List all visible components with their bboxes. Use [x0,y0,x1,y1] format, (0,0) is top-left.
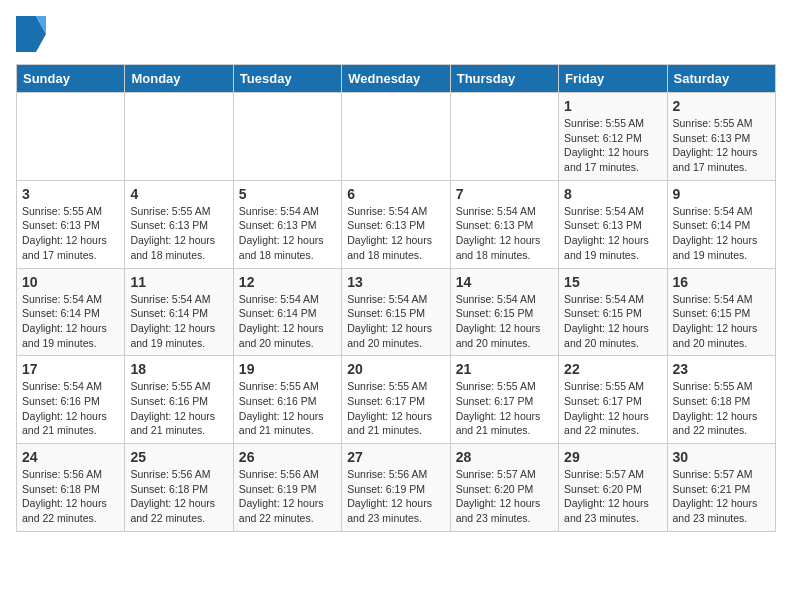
day-info: Sunrise: 5:54 AM Sunset: 6:15 PM Dayligh… [564,292,661,351]
calendar-cell: 11Sunrise: 5:54 AM Sunset: 6:14 PM Dayli… [125,268,233,356]
calendar-cell: 25Sunrise: 5:56 AM Sunset: 6:18 PM Dayli… [125,444,233,532]
calendar-cell: 7Sunrise: 5:54 AM Sunset: 6:13 PM Daylig… [450,180,558,268]
calendar-cell: 27Sunrise: 5:56 AM Sunset: 6:19 PM Dayli… [342,444,450,532]
calendar-cell: 20Sunrise: 5:55 AM Sunset: 6:17 PM Dayli… [342,356,450,444]
header-tuesday: Tuesday [233,65,341,93]
day-number: 19 [239,361,336,377]
day-info: Sunrise: 5:57 AM Sunset: 6:20 PM Dayligh… [456,467,553,526]
day-number: 22 [564,361,661,377]
day-info: Sunrise: 5:56 AM Sunset: 6:18 PM Dayligh… [130,467,227,526]
header-friday: Friday [559,65,667,93]
header-monday: Monday [125,65,233,93]
calendar-cell: 15Sunrise: 5:54 AM Sunset: 6:15 PM Dayli… [559,268,667,356]
header-thursday: Thursday [450,65,558,93]
calendar-cell: 18Sunrise: 5:55 AM Sunset: 6:16 PM Dayli… [125,356,233,444]
day-number: 4 [130,186,227,202]
calendar-cell: 9Sunrise: 5:54 AM Sunset: 6:14 PM Daylig… [667,180,775,268]
day-info: Sunrise: 5:55 AM Sunset: 6:13 PM Dayligh… [673,116,770,175]
day-number: 27 [347,449,444,465]
calendar-cell: 22Sunrise: 5:55 AM Sunset: 6:17 PM Dayli… [559,356,667,444]
header-row: SundayMondayTuesdayWednesdayThursdayFrid… [17,65,776,93]
calendar-cell [233,93,341,181]
day-number: 5 [239,186,336,202]
day-info: Sunrise: 5:54 AM Sunset: 6:13 PM Dayligh… [564,204,661,263]
day-number: 29 [564,449,661,465]
day-number: 6 [347,186,444,202]
day-info: Sunrise: 5:54 AM Sunset: 6:15 PM Dayligh… [347,292,444,351]
calendar-cell: 12Sunrise: 5:54 AM Sunset: 6:14 PM Dayli… [233,268,341,356]
day-number: 3 [22,186,119,202]
day-number: 24 [22,449,119,465]
day-info: Sunrise: 5:54 AM Sunset: 6:14 PM Dayligh… [130,292,227,351]
day-number: 30 [673,449,770,465]
day-number: 21 [456,361,553,377]
calendar-cell: 13Sunrise: 5:54 AM Sunset: 6:15 PM Dayli… [342,268,450,356]
day-info: Sunrise: 5:55 AM Sunset: 6:18 PM Dayligh… [673,379,770,438]
calendar-body: 1Sunrise: 5:55 AM Sunset: 6:12 PM Daylig… [17,93,776,532]
calendar-header: SundayMondayTuesdayWednesdayThursdayFrid… [17,65,776,93]
day-number: 1 [564,98,661,114]
day-info: Sunrise: 5:55 AM Sunset: 6:17 PM Dayligh… [456,379,553,438]
day-number: 12 [239,274,336,290]
day-info: Sunrise: 5:56 AM Sunset: 6:19 PM Dayligh… [239,467,336,526]
day-info: Sunrise: 5:55 AM Sunset: 6:13 PM Dayligh… [22,204,119,263]
day-info: Sunrise: 5:56 AM Sunset: 6:18 PM Dayligh… [22,467,119,526]
calendar-cell: 19Sunrise: 5:55 AM Sunset: 6:16 PM Dayli… [233,356,341,444]
day-info: Sunrise: 5:55 AM Sunset: 6:17 PM Dayligh… [347,379,444,438]
calendar-cell: 2Sunrise: 5:55 AM Sunset: 6:13 PM Daylig… [667,93,775,181]
day-info: Sunrise: 5:55 AM Sunset: 6:17 PM Dayligh… [564,379,661,438]
day-info: Sunrise: 5:54 AM Sunset: 6:14 PM Dayligh… [22,292,119,351]
week-row-1: 3Sunrise: 5:55 AM Sunset: 6:13 PM Daylig… [17,180,776,268]
day-number: 8 [564,186,661,202]
calendar-cell: 4Sunrise: 5:55 AM Sunset: 6:13 PM Daylig… [125,180,233,268]
day-info: Sunrise: 5:54 AM Sunset: 6:15 PM Dayligh… [456,292,553,351]
calendar-cell: 10Sunrise: 5:54 AM Sunset: 6:14 PM Dayli… [17,268,125,356]
day-number: 16 [673,274,770,290]
day-number: 15 [564,274,661,290]
day-info: Sunrise: 5:55 AM Sunset: 6:12 PM Dayligh… [564,116,661,175]
day-number: 20 [347,361,444,377]
calendar-cell: 29Sunrise: 5:57 AM Sunset: 6:20 PM Dayli… [559,444,667,532]
calendar-cell: 14Sunrise: 5:54 AM Sunset: 6:15 PM Dayli… [450,268,558,356]
day-info: Sunrise: 5:54 AM Sunset: 6:13 PM Dayligh… [239,204,336,263]
calendar-cell: 16Sunrise: 5:54 AM Sunset: 6:15 PM Dayli… [667,268,775,356]
week-row-2: 10Sunrise: 5:54 AM Sunset: 6:14 PM Dayli… [17,268,776,356]
day-info: Sunrise: 5:56 AM Sunset: 6:19 PM Dayligh… [347,467,444,526]
day-info: Sunrise: 5:54 AM Sunset: 6:14 PM Dayligh… [673,204,770,263]
day-info: Sunrise: 5:54 AM Sunset: 6:15 PM Dayligh… [673,292,770,351]
day-info: Sunrise: 5:57 AM Sunset: 6:20 PM Dayligh… [564,467,661,526]
day-info: Sunrise: 5:57 AM Sunset: 6:21 PM Dayligh… [673,467,770,526]
calendar-cell [450,93,558,181]
page-header [16,16,776,52]
calendar-cell: 8Sunrise: 5:54 AM Sunset: 6:13 PM Daylig… [559,180,667,268]
calendar-cell [125,93,233,181]
calendar-cell [342,93,450,181]
calendar-cell: 3Sunrise: 5:55 AM Sunset: 6:13 PM Daylig… [17,180,125,268]
week-row-3: 17Sunrise: 5:54 AM Sunset: 6:16 PM Dayli… [17,356,776,444]
calendar-cell: 1Sunrise: 5:55 AM Sunset: 6:12 PM Daylig… [559,93,667,181]
calendar-cell: 23Sunrise: 5:55 AM Sunset: 6:18 PM Dayli… [667,356,775,444]
day-number: 28 [456,449,553,465]
logo-icon [16,16,46,52]
day-number: 10 [22,274,119,290]
header-wednesday: Wednesday [342,65,450,93]
day-info: Sunrise: 5:54 AM Sunset: 6:14 PM Dayligh… [239,292,336,351]
header-sunday: Sunday [17,65,125,93]
calendar-cell: 26Sunrise: 5:56 AM Sunset: 6:19 PM Dayli… [233,444,341,532]
day-number: 9 [673,186,770,202]
calendar-cell: 30Sunrise: 5:57 AM Sunset: 6:21 PM Dayli… [667,444,775,532]
logo [16,16,50,52]
day-number: 14 [456,274,553,290]
calendar-table: SundayMondayTuesdayWednesdayThursdayFrid… [16,64,776,532]
calendar-cell: 5Sunrise: 5:54 AM Sunset: 6:13 PM Daylig… [233,180,341,268]
header-saturday: Saturday [667,65,775,93]
day-number: 2 [673,98,770,114]
day-info: Sunrise: 5:54 AM Sunset: 6:16 PM Dayligh… [22,379,119,438]
week-row-4: 24Sunrise: 5:56 AM Sunset: 6:18 PM Dayli… [17,444,776,532]
day-number: 11 [130,274,227,290]
day-info: Sunrise: 5:54 AM Sunset: 6:13 PM Dayligh… [456,204,553,263]
day-info: Sunrise: 5:55 AM Sunset: 6:16 PM Dayligh… [239,379,336,438]
day-number: 26 [239,449,336,465]
day-number: 17 [22,361,119,377]
calendar-cell: 17Sunrise: 5:54 AM Sunset: 6:16 PM Dayli… [17,356,125,444]
